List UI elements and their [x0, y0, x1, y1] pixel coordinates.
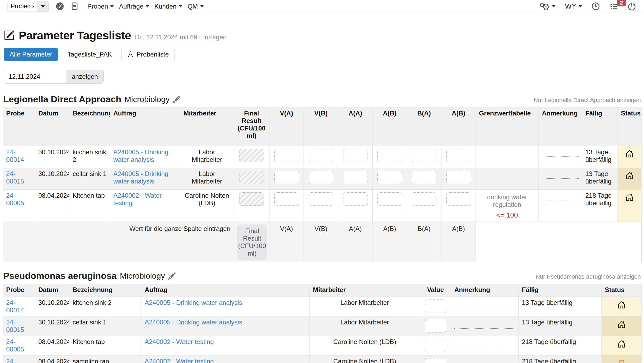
- vb-input[interactable]: [309, 171, 333, 184]
- col-value: Value: [420, 284, 451, 297]
- tab-probenliste[interactable]: Probenliste: [121, 48, 175, 61]
- ab-input[interactable]: [377, 192, 402, 206]
- probe-link[interactable]: 24-00014: [6, 148, 24, 163]
- filter-only-legionella-link[interactable]: Nur Legionella Direct Approach anzeigen: [534, 97, 641, 104]
- aa-input[interactable]: [343, 192, 368, 206]
- ba-input[interactable]: [412, 171, 436, 184]
- bezeichnung-cell: kitchen sink 2: [69, 146, 110, 168]
- mitarbeiter-cell: Caroline Nolten (LDB): [310, 355, 420, 363]
- va-input[interactable]: [274, 171, 299, 184]
- auftrag-link[interactable]: A240005 - Drinking water analysis: [113, 170, 168, 185]
- probe-link[interactable]: 24-00014: [6, 299, 24, 314]
- anmerkung-field[interactable]: [454, 348, 515, 348]
- menu-proben[interactable]: Proben: [87, 3, 114, 10]
- ab2-input[interactable]: [446, 171, 471, 184]
- ab-input[interactable]: [377, 149, 402, 162]
- fill-ba-button[interactable]: B(A): [407, 222, 441, 262]
- col-aa: A(A): [338, 107, 373, 146]
- bezeichnung-cell: sampling tap: [69, 355, 141, 363]
- auftrag-link[interactable]: A240005 - Drinking water analysis: [145, 299, 242, 306]
- anmerkung-field[interactable]: [454, 309, 515, 309]
- anmerkung-field[interactable]: [542, 200, 579, 200]
- report-icon[interactable]: [618, 360, 625, 363]
- tab-tagesliste-pak[interactable]: Tagesliste_PAK: [62, 48, 118, 61]
- pseudomonas-table: Probe Datum Bezeichnung Auftrag Mitarbei…: [3, 284, 642, 363]
- fill-final-result-button[interactable]: Final Result (CFU/100 ml): [237, 224, 267, 260]
- ba-input[interactable]: [412, 149, 436, 162]
- table-row: 24-00014 30.10.2024 kitchen sink 2 A2400…: [3, 146, 642, 168]
- home-icon[interactable]: [617, 340, 626, 348]
- col-bezeichnung: Bezeichnung: [69, 107, 110, 146]
- va-input[interactable]: [274, 192, 299, 206]
- tab-probenliste-label: Probenliste: [137, 51, 169, 58]
- date-input[interactable]: [4, 70, 66, 84]
- probe-link[interactable]: 24-00007: [6, 358, 24, 363]
- filter-only-pseudomonas-link[interactable]: Nur Pseudomonas aeruginosa anzeigen: [536, 273, 641, 281]
- menu-kunden[interactable]: Kunden: [154, 3, 182, 10]
- probe-link[interactable]: 24-00005: [6, 192, 24, 207]
- edit-page-icon[interactable]: [4, 30, 14, 41]
- mitarbeiter-cell: Labor Mitarbeiter: [180, 168, 234, 190]
- grenzwert-name: drinking water regulation: [479, 193, 535, 208]
- fill-ab2-button[interactable]: A(B): [441, 222, 476, 262]
- fill-aa-button[interactable]: A(A): [338, 222, 373, 262]
- search-input[interactable]: [8, 1, 37, 12]
- home-icon[interactable]: [626, 171, 634, 179]
- fill-va-button[interactable]: V(A): [269, 222, 304, 262]
- chevron-down-icon: [146, 5, 149, 8]
- anzeigen-button[interactable]: anzeigen: [66, 70, 104, 84]
- vb-input[interactable]: [309, 192, 333, 206]
- probe-link[interactable]: 24-00015: [6, 319, 24, 333]
- va-input[interactable]: [274, 149, 299, 162]
- fill-vb-button[interactable]: V(B): [304, 222, 338, 262]
- anmerkung-field[interactable]: [542, 156, 579, 157]
- document-icon[interactable]: [71, 2, 78, 10]
- menu-qm[interactable]: QM: [188, 3, 204, 10]
- value-input[interactable]: [425, 358, 446, 363]
- probe-link[interactable]: 24-00005: [6, 338, 24, 353]
- ba-input[interactable]: [412, 192, 436, 206]
- tasks-menu[interactable]: 2: [609, 2, 618, 10]
- aa-input[interactable]: [343, 171, 368, 184]
- home-icon[interactable]: [617, 320, 626, 328]
- fill-ab-button[interactable]: A(B): [373, 222, 407, 262]
- final-result-input-disabled: [239, 192, 264, 206]
- auftrag-link[interactable]: A240002 - Water testing: [145, 358, 214, 363]
- settings-menu[interactable]: ⚙⚙: [539, 2, 555, 11]
- value-input[interactable]: [425, 339, 446, 352]
- vb-input[interactable]: [309, 149, 333, 162]
- value-input[interactable]: [425, 300, 446, 313]
- auftrag-link[interactable]: A240005 - Drinking water analysis: [145, 319, 242, 326]
- auftrag-link[interactable]: A240005 - Drinking water analysis: [113, 148, 168, 163]
- aa-input[interactable]: [343, 149, 368, 162]
- clock-icon[interactable]: [591, 2, 600, 10]
- menu-auftraege[interactable]: Aufträge: [119, 3, 149, 10]
- tab-alle-parameter[interactable]: Alle Parameter: [4, 48, 58, 61]
- menu-kunden-label: Kunden: [154, 3, 177, 10]
- bezeichnung-cell: Kitchen tap: [69, 190, 110, 222]
- menu-qm-label: QM: [188, 3, 198, 10]
- section-category: Microbiology: [125, 95, 170, 104]
- power-icon[interactable]: [628, 2, 636, 10]
- user-menu[interactable]: WY: [565, 2, 582, 10]
- auftrag-link[interactable]: A240002 - Water testing: [145, 338, 214, 345]
- ab2-input[interactable]: [446, 192, 471, 206]
- speedometer-icon[interactable]: [56, 2, 64, 10]
- anmerkung-field[interactable]: [454, 328, 515, 329]
- ab-input[interactable]: [377, 171, 402, 184]
- home-icon[interactable]: [626, 193, 634, 201]
- bezeichnung-cell: cellar sink 1: [69, 316, 141, 336]
- faellig-cell: 13 Tage überfällig: [519, 297, 602, 316]
- anmerkung-field[interactable]: [542, 178, 579, 179]
- edit-section-icon[interactable]: [173, 96, 180, 103]
- home-icon[interactable]: [617, 301, 626, 309]
- ab2-input[interactable]: [446, 149, 471, 162]
- search-dropdown-button[interactable]: [37, 1, 48, 12]
- value-input[interactable]: [425, 319, 446, 332]
- edit-section-icon[interactable]: [168, 272, 176, 280]
- auftrag-link[interactable]: A240002 - Water testing: [113, 192, 162, 207]
- faellig-cell: 13 Tage überfällig: [582, 168, 618, 190]
- final-result-input-disabled: [239, 149, 264, 162]
- home-icon[interactable]: [626, 150, 634, 158]
- probe-link[interactable]: 24-00015: [6, 170, 24, 185]
